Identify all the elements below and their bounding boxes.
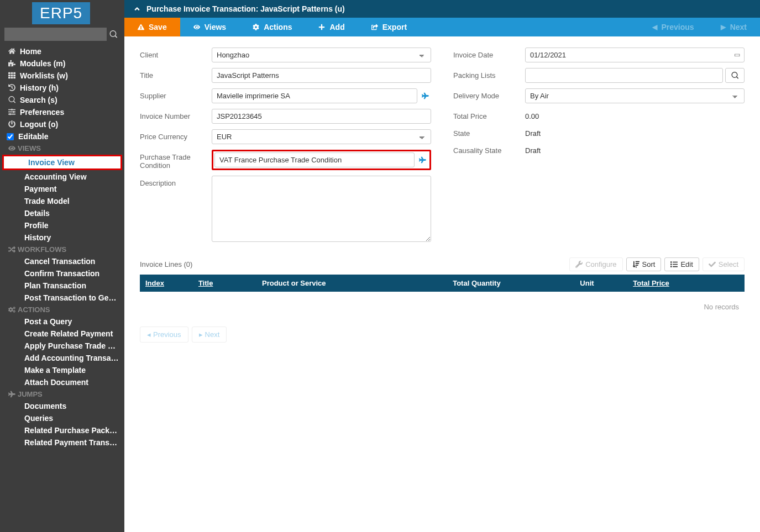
save-button[interactable]: Save [124,18,180,36]
view-trade[interactable]: Trade Model [0,195,124,207]
wf-cancel[interactable]: Cancel Transaction [0,255,124,267]
invoice-number-label: Invoice Number [140,109,212,120]
packing-search-icon[interactable] [725,68,745,83]
cogs-icon [253,23,259,31]
supplier-label: Supplier [140,88,212,100]
sidebar: ERP5 Home Modules (m) Worklists (w) Hist… [0,0,124,532]
action-attach[interactable]: Attach Document [0,376,124,388]
sort-icon [632,260,640,268]
view-profile[interactable]: Profile [0,219,124,231]
state-value: Draft [525,126,541,138]
nav-preferences[interactable]: Preferences [0,106,124,118]
plane-icon [6,390,18,398]
add-button[interactable]: Add [305,18,358,36]
jump-packing[interactable]: Related Purchase Packing List [0,424,124,436]
action-query[interactable]: Post a Query [0,315,124,328]
packing-input[interactable] [525,68,723,83]
state-label: State [453,126,525,138]
share-icon [371,23,378,31]
section-jumps: JUMPS [0,388,124,400]
delivery-select[interactable]: By Air [525,88,745,103]
client-label: Client [140,48,212,59]
nav-modules[interactable]: Modules (m) [0,57,124,70]
ptc-jump-icon[interactable] [417,156,428,164]
col-unit: Unit [580,279,633,287]
total-label: Total Price [453,109,525,120]
ptc-input[interactable] [214,152,415,167]
sidebar-search-input[interactable] [4,28,107,41]
nav-editable[interactable]: Editable [0,130,124,143]
view-history[interactable]: History [0,231,124,244]
section-views: VIEWS [0,143,124,154]
edit-button[interactable]: Edit [664,257,699,271]
view-details[interactable]: Details [0,207,124,219]
jump-docs[interactable]: Documents [0,400,124,412]
nav-history[interactable]: History (h) [0,82,124,94]
caret-left-icon: ◂ [147,330,151,339]
title-label: Title [140,68,212,80]
actions-button[interactable]: Actions [239,18,305,36]
sliders-icon [6,108,18,117]
description-textarea[interactable] [212,176,431,242]
views-button[interactable]: Views [180,18,239,36]
col-product: Product or Service [262,279,453,287]
nav-logout[interactable]: Logout (o) [0,118,124,130]
action-payment[interactable]: Create Related Payment [0,328,124,340]
section-actions: ACTIONS [0,304,124,315]
action-apply[interactable]: Apply Purchase Trade Conditi... [0,340,124,352]
view-invoice[interactable]: Invoice View [4,156,120,168]
puzzle-icon [6,60,18,68]
title-input[interactable] [212,68,431,83]
up-icon[interactable] [133,4,141,13]
action-template[interactable]: Make a Template [0,364,124,376]
editable-checkbox[interactable] [7,133,14,140]
caret-left-icon: ◀ [652,23,657,31]
currency-select[interactable]: EUR [212,129,431,144]
highlight-invoice-view: Invoice View [2,155,122,170]
jump-queries[interactable]: Queries [0,412,124,424]
col-index[interactable]: Index [145,279,164,287]
view-payment[interactable]: Payment [0,183,124,195]
pager-previous: ◂Previous [140,326,188,343]
client-select[interactable]: Hongzhao [212,48,431,62]
toolbar: Save Views Actions Add Export ◀Previous … [124,18,760,36]
table-title: Invoice Lines (0) [140,260,192,268]
nav-worklists[interactable]: Worklists (w) [0,70,124,82]
packing-label: Packing Lists [453,68,525,80]
caret-right-icon: ▸ [199,330,203,339]
wf-plan[interactable]: Plan Transaction [0,280,124,292]
breadcrumb: Purchase Invoice Transaction: JavaScript… [124,0,760,18]
shuffle-icon [6,245,18,254]
highlight-ptc [212,150,431,170]
content: ClientHongzhao Title Supplier Invoice Nu… [124,36,760,532]
col-title[interactable]: Title [198,279,213,287]
nav-home[interactable]: Home [0,45,124,57]
eye-icon [193,23,200,31]
view-accounting[interactable]: Accounting View [0,171,124,183]
invoice-number-input[interactable] [212,109,431,124]
wf-confirm[interactable]: Confirm Transaction [0,267,124,280]
col-price[interactable]: Total Price [633,279,669,287]
list-icon [670,260,678,268]
description-label: Description [140,176,212,187]
export-button[interactable]: Export [358,18,420,36]
list-icon [6,72,18,80]
search-icon[interactable] [107,30,120,39]
logo: ERP5 [32,2,90,24]
section-workflows: WORKFLOWS [0,244,124,255]
jump-payment[interactable]: Related Payment Transaction [0,436,124,449]
invoice-date-input[interactable] [525,48,745,62]
supplier-jump-icon[interactable] [420,92,431,100]
grid-header: Index Title Product or Service Total Qua… [140,275,745,292]
action-addline[interactable]: Add Accounting Transaction L... [0,352,124,364]
ptc-label: Purchase Trade Condition [140,150,212,170]
grid-empty: No records [140,292,745,322]
wrench-icon [575,260,583,268]
warning-icon [138,23,144,31]
cogs-icon [6,305,18,314]
supplier-input[interactable] [212,88,417,103]
nav-search[interactable]: Search (s) [0,94,124,106]
wf-post[interactable]: Post Transaction to General L... [0,292,124,304]
delivery-label: Delivery Mode [453,88,525,100]
sort-button[interactable]: Sort [626,257,662,271]
